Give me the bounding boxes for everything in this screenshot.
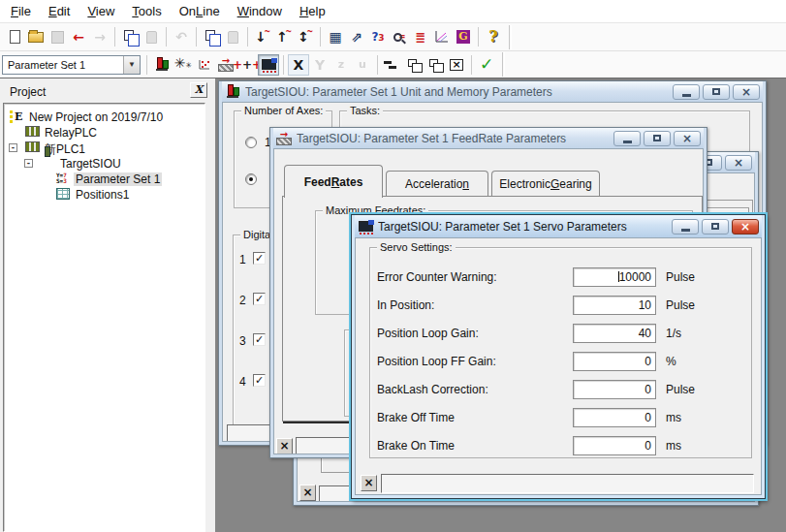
toolbar-button-axis-z-toggle-icon: z	[330, 54, 352, 76]
feedrate-minimize-button[interactable]	[613, 131, 641, 146]
toolbar-button-cascade-windows-icon[interactable]	[403, 54, 424, 76]
menu-file[interactable]: File	[2, 1, 40, 21]
feedrate-titlebar[interactable]: → TargetSIOU: Parameter Set 1 FeedRate P…	[273, 128, 704, 148]
toolbar-button-multi-feed-icon[interactable]: +++	[236, 54, 258, 76]
tab-acceleration[interactable]: Acceleration	[386, 171, 488, 197]
tree-item-parameter-set-1[interactable]: Y=7S=3Parameter Set 1	[4, 172, 204, 187]
toolbar-button-close-all-windows-icon[interactable]: ×	[446, 54, 467, 76]
tree-item-label[interactable]: Positions1	[74, 188, 131, 202]
positions-icon	[56, 188, 70, 200]
menu-edit[interactable]: Edit	[40, 1, 79, 21]
feedrate-statusbar-close-button[interactable]: ×	[276, 438, 293, 454]
toolbar-button-apply-check-icon[interactable]: ✓	[476, 54, 497, 76]
field-label: Error Counter Warning:	[377, 270, 497, 284]
toolbar-separator	[247, 27, 248, 47]
plc-icon	[25, 126, 40, 137]
toolbar-button-help-icon[interactable]: ?	[483, 26, 504, 47]
toolbar-button-trace-settings-icon[interactable]: ⇗	[346, 26, 367, 47]
parameter-toolbar: Parameter Set 1 ▼ ✳✳→+++XYzu×✓	[0, 51, 786, 78]
channel-2-checkbox[interactable]: ✓	[253, 293, 266, 305]
toolbar-button-copy-icon[interactable]	[119, 26, 141, 47]
field-input-position-loop-gain-[interactable]: 40	[573, 324, 656, 343]
toolbar-button-download-to-unit-icon[interactable]: ↓~	[252, 26, 273, 47]
servo-window: TargetSIOU: Parameter Set 1 Servo Parame…	[351, 214, 766, 499]
field-input-in-position-[interactable]: 10	[573, 296, 656, 315]
hidden-statusbar-close-button[interactable]: ×	[299, 485, 316, 501]
field-input-brake-off-time[interactable]: 0	[573, 408, 656, 427]
field-input-backlash-correction-[interactable]: 0	[573, 380, 656, 399]
toolbar-button-trace-monitor-icon[interactable]: ▦	[325, 26, 346, 47]
field-input-position-loop-ff-gain-[interactable]: 0	[573, 352, 656, 371]
toolbar-button-coordinate-parameters-icon[interactable]: ✳✳	[173, 54, 194, 76]
tree-item-label[interactable]: New Project on 2019/7/10	[27, 110, 165, 124]
menu-help[interactable]: Help	[291, 1, 334, 21]
toolbar-button-copy-parameters-icon[interactable]	[201, 26, 222, 47]
channel-4-checkbox[interactable]: ✓	[253, 374, 266, 387]
unit-minimize-button[interactable]	[673, 84, 700, 100]
unit-memory-titlebar[interactable]: TargetSIOU: Parameter Set 1 Unit and Mem…	[222, 81, 763, 102]
toolbar-button-undo-icon: ↶	[171, 26, 192, 47]
tree-item-new-project-on-2019-7-10[interactable]: ENew Project on 2019/7/10	[4, 110, 204, 125]
toolbar-button-axis-x-toggle-icon[interactable]: X	[288, 54, 309, 76]
toolbar-separator	[283, 55, 284, 75]
toolbar-button-unit-memory-parameters-icon[interactable]	[151, 54, 173, 76]
toolbar-button-trace-graph-icon[interactable]	[431, 26, 453, 47]
toolbar-button-tile-windows-icon[interactable]	[424, 54, 446, 76]
servo-close-button[interactable]: ×	[732, 219, 759, 235]
project-panel-close-button[interactable]: X	[190, 82, 207, 98]
tree-item-targetsiou[interactable]: -TargetSIOU	[4, 156, 204, 172]
axes-count-1-radio[interactable]	[245, 137, 257, 148]
toolbar-button-upload-from-unit-icon[interactable]: ↑~	[273, 26, 295, 47]
tree-item-label[interactable]: TargetSIOU	[58, 157, 123, 171]
tab-electronic-gearing[interactable]: Electronic Gearing	[491, 171, 600, 197]
channel-3-checkbox[interactable]: ✓	[253, 333, 266, 346]
parameter-set-combo[interactable]: Parameter Set 1 ▼	[2, 55, 141, 75]
unit-restore-button[interactable]	[703, 84, 730, 100]
tree-item--plc1[interactable]: -新PLC1	[4, 141, 204, 156]
menu-window[interactable]: Window	[229, 1, 291, 21]
toolbar-button-paste-parameters-icon	[222, 26, 243, 47]
menu-tools[interactable]: Tools	[123, 1, 170, 21]
tree-expander-icon[interactable]: -	[9, 143, 17, 152]
servo-minimize-button[interactable]	[672, 219, 699, 235]
hidden-close-button[interactable]: ×	[725, 155, 752, 171]
toolbar-separator	[320, 27, 321, 47]
toolbar-button-window-order-icon[interactable]	[382, 54, 403, 76]
toolbar-button-monitor-list-icon[interactable]: ≣	[410, 26, 431, 47]
project-panel: Project X ENew Project on 2019/7/10Relay…	[0, 78, 215, 532]
toolbar-button-navigate-back-icon[interactable]: ←	[68, 26, 89, 47]
tree-item-label[interactable]: RelayPLC	[43, 126, 99, 140]
field-unit-label: Pulse	[666, 298, 695, 312]
servo-titlebar[interactable]: TargetSIOU: Parameter Set 1 Servo Parame…	[355, 215, 762, 237]
toolbar-button-new-file-icon[interactable]	[4, 26, 25, 47]
field-input-error-counter-warning-[interactable]: 10000	[573, 267, 656, 287]
tree-item-label[interactable]: Parameter Set 1	[74, 172, 162, 186]
toolbar-button-position-data-icon[interactable]	[194, 54, 215, 76]
field-label: Position Loop FF Gain:	[377, 355, 496, 368]
servo-monitor-icon	[358, 219, 373, 235]
channel-number-label: 2	[239, 294, 246, 307]
toolbar-button-servo-parameters-icon[interactable]	[258, 54, 279, 76]
axes-count-selected-radio[interactable]	[245, 173, 257, 185]
tree-item-relayplc[interactable]: RelayPLC	[4, 125, 204, 141]
menu-view[interactable]: View	[79, 1, 123, 21]
toolbar-button-open-file-icon[interactable]	[25, 26, 47, 47]
channel-1-checkbox[interactable]: ✓	[253, 252, 266, 265]
channel-number-label: 4	[239, 375, 246, 389]
feedrate-restore-button[interactable]	[644, 131, 671, 146]
field-input-brake-on-time[interactable]: 0	[573, 436, 656, 455]
toolbar-button-find-unknown-icon[interactable]: ?3	[367, 26, 389, 47]
tree-expander-icon[interactable]: -	[24, 159, 33, 168]
servo-restore-button[interactable]	[702, 219, 729, 235]
unit-close-button[interactable]: ×	[733, 84, 760, 100]
tree-item-positions1[interactable]: Positions1	[4, 187, 204, 203]
toolbar-button-compare-transfer-icon[interactable]: ↕~	[295, 26, 316, 47]
feedrate-close-button[interactable]: ×	[674, 131, 701, 146]
tab-feed-rates[interactable]: Feed Rates	[284, 165, 383, 198]
combo-dropdown-icon[interactable]: ▼	[123, 56, 140, 74]
toolbar-button-find-compare-icon[interactable]: =	[389, 26, 410, 47]
servo-statusbar-close-button[interactable]: ×	[361, 475, 377, 491]
toolbar-button-gcode-editor-icon[interactable]: G	[453, 26, 474, 47]
mdi-workspace: TargetSIOU: Parameter Set 1 Unit and Mem…	[215, 78, 786, 532]
menu-online[interactable]: OnLine	[171, 1, 229, 21]
